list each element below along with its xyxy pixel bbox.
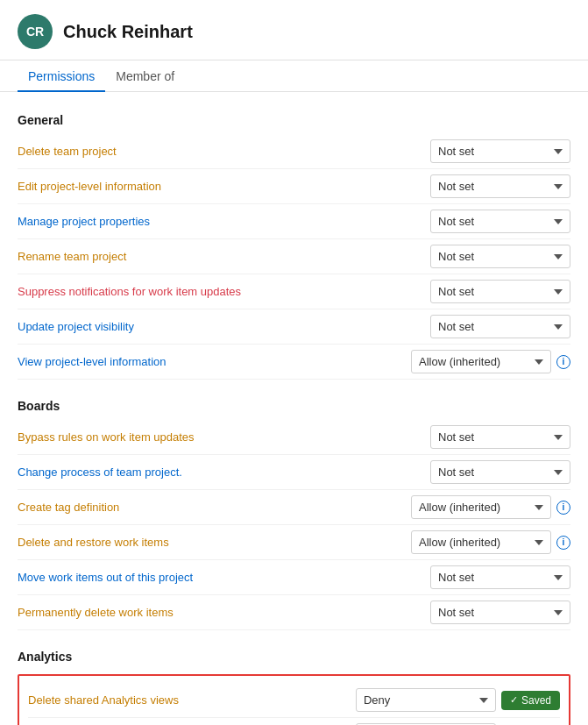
permission-label-update-visibility: Update project visibility [18,320,430,333]
permission-label-permanently-delete: Permanently delete work items [18,606,430,619]
permission-select-delete-analytics[interactable]: Not set Allow (inherited) Deny [356,688,496,712]
permission-row-manage-properties: Manage project properties Not set Allow … [18,204,570,239]
saved-badge-delete-analytics: Saved [501,691,560,710]
permission-row-edit-project-level: Edit project-level information Not set A… [18,169,570,204]
permission-row-edit-analytics: Edit shared Analytics views Not set Allo… [28,718,560,725]
permission-select-suppress-notifications[interactable]: Not set Allow (inherited) Deny [430,280,570,303]
page-header: CR Chuck Reinhart [0,0,588,60]
permission-label-move-work-items: Move work items out of this project [18,571,430,584]
permission-row-create-tag: Create tag definition Not set Allow (inh… [18,490,570,525]
permission-row-rename-team-project: Rename team project Not set Allow (inher… [18,239,570,274]
content-area: General Delete team project Not set Allo… [0,92,588,725]
permission-select-move-work-items[interactable]: Not set Allow (inherited) Deny [430,565,570,589]
permission-row-change-process: Change process of team project. Not set … [18,455,570,490]
info-icon-create-tag[interactable]: i [556,501,570,515]
permission-label-view-project-level: View project-level information [18,355,411,368]
section-general-title: General [18,101,570,134]
tab-member-of[interactable]: Member of [105,60,185,92]
permission-row-update-visibility: Update project visibility Not set Allow … [18,309,570,345]
permission-select-create-tag[interactable]: Not set Allow (inherited) Deny [411,495,551,519]
permission-label-delete-team-project: Delete team project [18,145,430,158]
permission-row-suppress-notifications: Suppress notifications for work item upd… [18,274,570,309]
analytics-highlighted-box: Delete shared Analytics views Not set Al… [18,674,570,725]
permission-label-edit-project-level: Edit project-level information [18,180,430,193]
avatar: CR [18,14,53,49]
user-name: Chuck Reinhart [63,22,193,42]
section-analytics: Analytics Delete shared Analytics views … [18,637,570,725]
permission-select-bypass-rules[interactable]: Not set Allow (inherited) Deny [430,425,570,449]
tab-bar: Permissions Member of [0,60,588,92]
tab-permissions[interactable]: Permissions [18,60,105,92]
permission-select-delete-team-project[interactable]: Not set Allow (inherited) Deny [430,139,570,163]
permission-select-rename-team-project[interactable]: Not set Allow (inherited) Deny [430,245,570,268]
permission-label-change-process: Change process of team project. [18,466,430,479]
permission-row-permanently-delete: Permanently delete work items Not set Al… [18,595,570,630]
permission-label-rename-team-project: Rename team project [18,250,430,263]
permission-label-delete-analytics: Delete shared Analytics views [28,693,356,707]
permission-select-edit-project-level[interactable]: Not set Allow (inherited) Deny [430,174,570,198]
permission-label-suppress-notifications: Suppress notifications for work item upd… [18,285,430,298]
permission-label-create-tag: Create tag definition [18,501,411,514]
info-icon-delete-restore[interactable]: i [556,536,570,550]
permission-row-view-project-level: View project-level information Not set A… [18,345,570,380]
permission-label-delete-restore: Delete and restore work items [18,536,411,549]
permission-select-permanently-delete[interactable]: Not set Allow (inherited) Deny [430,601,570,624]
section-general: General Delete team project Not set Allo… [18,101,570,380]
permission-row-move-work-items: Move work items out of this project Not … [18,560,570,595]
permission-row-delete-analytics: Delete shared Analytics views Not set Al… [28,683,560,718]
permission-label-manage-properties: Manage project properties [18,215,430,228]
permission-select-manage-properties[interactable]: Not set Allow (inherited) Deny [430,210,570,233]
permission-select-change-process[interactable]: Not set Allow (inherited) Deny [430,460,570,484]
info-icon-view-project-level[interactable]: i [556,355,570,369]
section-boards-title: Boards [18,387,570,420]
permission-row-bypass-rules: Bypass rules on work item updates Not se… [18,420,570,455]
section-boards: Boards Bypass rules on work item updates… [18,387,570,630]
permission-select-delete-restore[interactable]: Not set Allow (inherited) Deny [411,530,551,554]
permission-label-bypass-rules: Bypass rules on work item updates [18,430,430,444]
permission-select-view-project-level[interactable]: Not set Allow (inherited) Deny [411,350,551,373]
permission-row-delete-team-project: Delete team project Not set Allow (inher… [18,134,570,169]
permission-select-update-visibility[interactable]: Not set Allow (inherited) Deny [430,315,570,338]
section-analytics-title: Analytics [18,637,570,671]
permission-row-delete-restore: Delete and restore work items Not set Al… [18,525,570,560]
